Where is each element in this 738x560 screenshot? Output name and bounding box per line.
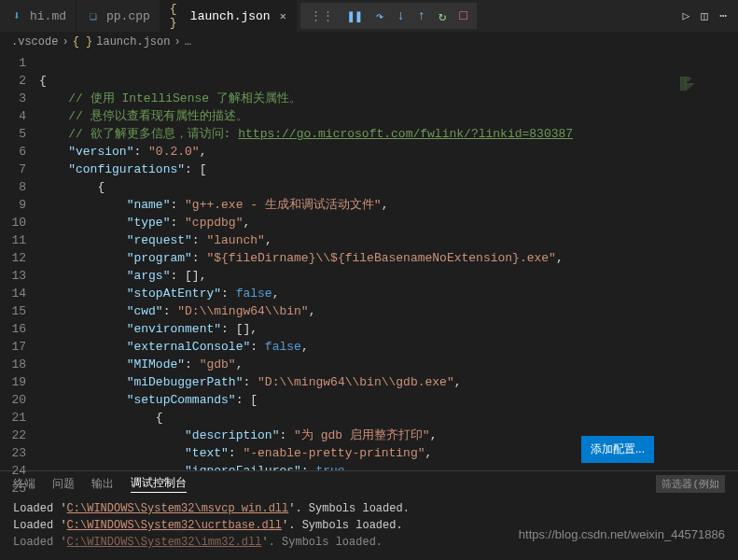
editor-actions: ▷ ◫ ⋯ [683,0,738,32]
editor[interactable]: 1 2 3 4 5 6 7 8 9 10 11 12 13 14 15 16 1… [0,52,738,470]
breadcrumb[interactable]: .vscode › { } launch.json › … [0,32,738,52]
cpp-icon: ❏ [86,8,101,23]
breadcrumb-folder: .vscode [11,35,58,49]
breadcrumb-file: launch.json [96,35,170,49]
debug-console[interactable]: Loaded 'C:\WINDOWS\System32\msvcp_win.dl… [0,497,738,553]
tab-label: launch.json [190,9,271,23]
step-over-icon[interactable]: ↷ [376,8,383,24]
more-icon[interactable]: ⋯ [719,8,727,23]
restart-icon[interactable]: ↻ [439,8,446,24]
panel-tab-bar: 终端 问题 输出 调试控制台 筛选器(例如 [0,470,738,497]
step-into-icon[interactable]: ↓ [397,8,404,23]
breadcrumb-trail: … [185,35,191,49]
stop-icon[interactable]: □ [459,8,466,23]
json-icon: { } [73,35,93,49]
tab-pp-cpp[interactable]: ❏ pp.cpp [77,0,160,32]
drag-handle-icon[interactable]: ⋮⋮ [310,8,334,23]
close-icon[interactable]: ✕ [280,9,286,23]
chevron-right-icon: › [174,35,180,49]
tab-bar: ⬇ hi.md ❏ pp.cpp { } launch.json ✕ ⋮⋮ ❚❚… [0,0,738,32]
tab-label: hi.md [30,9,66,23]
run-icon[interactable]: ▷ [683,8,690,23]
markdown-icon: ⬇ [9,8,24,23]
tab-label: pp.cpp [106,9,150,23]
panel-tab-debug-console[interactable]: 调试控制台 [131,475,187,493]
pause-icon[interactable]: ❚❚ [347,8,363,24]
chevron-right-icon: › [62,35,68,49]
step-out-icon[interactable]: ↑ [418,8,425,23]
code-content[interactable]: { // 使用 IntelliSense 了解相关属性。 // 悬停以查看现有属… [39,52,738,470]
panel-tab-problems[interactable]: 问题 [52,476,75,492]
watermark: https://blog.csdn.net/weixin_44571886 [519,527,725,541]
tab-launch-json[interactable]: { } launch.json ✕ [160,0,297,32]
add-configuration-button[interactable]: 添加配置... [581,436,654,463]
line-gutter: 1 2 3 4 5 6 7 8 9 10 11 12 13 14 15 16 1… [0,52,39,470]
console-line: Loaded 'C:\WINDOWS\System32\msvcp_win.dl… [13,500,725,517]
tab-hi-md[interactable]: ⬇ hi.md [0,0,77,32]
minimap[interactable]: ████████████████████████████████████████… [680,77,736,142]
filter-input[interactable]: 筛选器(例如 [656,475,725,493]
panel-tab-output[interactable]: 输出 [91,476,114,492]
debug-toolbar: ⋮⋮ ❚❚ ↷ ↓ ↑ ↻ □ [300,3,477,29]
json-icon: { } [170,8,185,23]
split-editor-icon[interactable]: ◫ [701,8,708,23]
